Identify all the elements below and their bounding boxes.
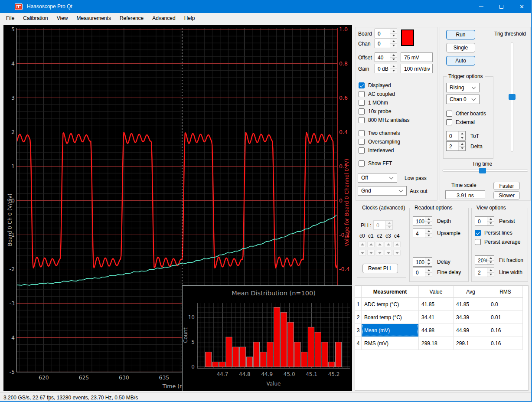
spin-up-icon[interactable] — [487, 268, 494, 272]
checkbox-row-other-boards[interactable]: Other boards — [446, 110, 486, 117]
column-header-avg[interactable]: Avg — [454, 286, 488, 298]
persist-spin[interactable]: 0 — [475, 216, 494, 226]
gain-spin[interactable]: 0 dB — [375, 64, 397, 73]
persist-lines-checkbox[interactable] — [475, 230, 481, 236]
title-bar[interactable]: Haasoscope Pro Qt ✕ — [0, 0, 532, 13]
upsample-spin[interactable]: 4 — [413, 229, 432, 238]
oversampling-checkbox[interactable] — [359, 139, 365, 145]
measurement-value-cell[interactable]: 41.85 — [419, 298, 454, 311]
measurement-rms-cell[interactable]: 0.16 — [488, 337, 523, 350]
spin-up-icon[interactable] — [459, 131, 465, 136]
spin-down-icon[interactable] — [425, 262, 432, 267]
external-checkbox[interactable] — [446, 119, 452, 125]
persist-average-checkbox[interactable] — [475, 239, 481, 245]
gain-spin-arrows[interactable] — [390, 64, 397, 73]
trigger-edge-combo[interactable]: Rising — [446, 83, 480, 92]
line-width-spin-arrows[interactable] — [487, 268, 494, 277]
checkbox-row-oversampling[interactable]: Oversampling — [359, 138, 400, 145]
histogram-plot[interactable]: Mean Distribution (n=100)051044.744.844.… — [183, 286, 352, 392]
gain-scale-field[interactable]: 100 mV/div — [401, 64, 433, 73]
spin-down-icon[interactable] — [459, 136, 465, 141]
measurement-name-cell[interactable]: ADC temp (°C) — [362, 298, 419, 311]
column-header-measurement[interactable]: Measurement — [362, 286, 419, 298]
clock-c0-up-button[interactable] — [359, 241, 366, 247]
measurement-rms-cell[interactable]: 0.16 — [488, 324, 523, 337]
board-spin[interactable]: 0 — [375, 29, 397, 38]
slower-button[interactable]: Slower — [493, 191, 520, 199]
spin-down-icon[interactable] — [425, 272, 432, 277]
chan-spin-arrows[interactable] — [390, 39, 397, 48]
spin-down-icon[interactable] — [425, 221, 432, 226]
tot-spin-arrows[interactable] — [458, 131, 465, 140]
menu-file[interactable]: File — [2, 14, 19, 23]
800-mhz-antialias-checkbox[interactable] — [359, 117, 365, 123]
menu-advanced[interactable]: Advanced — [148, 14, 180, 23]
persist-spin-arrows[interactable] — [487, 217, 494, 226]
menu-reference[interactable]: Reference — [115, 14, 148, 23]
measurement-name-cell[interactable]: Board temp (°C) — [362, 311, 419, 324]
delta-spin[interactable]: 2 — [446, 141, 466, 151]
delta-spin-arrows[interactable] — [458, 142, 465, 150]
checkbox-row-ac-coupled[interactable]: AC coupled — [359, 91, 395, 98]
spin-down-icon[interactable] — [487, 221, 494, 226]
1-mohm-checkbox[interactable] — [359, 100, 365, 106]
trig-time-slider-handle[interactable] — [479, 168, 486, 173]
tot-spin[interactable]: 0 — [446, 131, 466, 141]
reset-pll-button[interactable]: Reset PLL — [362, 264, 398, 273]
close-button[interactable]: ✕ — [512, 0, 532, 13]
measurement-name-cell[interactable]: Mean (mV) — [362, 324, 419, 337]
minimize-button[interactable] — [471, 0, 491, 13]
pll-spin-arrows[interactable] — [385, 221, 392, 229]
ac-coupled-checkbox[interactable] — [359, 91, 365, 97]
spin-up-icon[interactable] — [425, 217, 432, 221]
checkbox-row-displayed[interactable]: Displayed — [359, 82, 391, 89]
measurement-value-cell[interactable]: 299.18 — [419, 337, 454, 350]
measurement-rms-cell[interactable]: 0.0 — [488, 298, 523, 311]
interleaved-checkbox[interactable] — [359, 147, 365, 154]
clock-c2-up-button[interactable] — [376, 241, 383, 247]
faster-button[interactable]: Faster — [493, 182, 520, 190]
spin-up-icon[interactable] — [459, 142, 465, 146]
menu-measurements[interactable]: Measurements — [72, 14, 115, 23]
offset-spin[interactable]: 40 — [375, 52, 397, 62]
spin-down-icon[interactable] — [390, 33, 397, 38]
two-channels-checkbox[interactable] — [359, 130, 365, 136]
auto-button[interactable]: Auto — [446, 56, 475, 65]
depth-spin-arrows[interactable] — [425, 217, 432, 226]
displayed-checkbox[interactable] — [359, 82, 365, 88]
channel-color-swatch[interactable] — [401, 29, 414, 46]
line-width-spin[interactable]: 2 — [475, 268, 494, 277]
other-boards-checkbox[interactable] — [446, 111, 452, 117]
spin-up-icon[interactable] — [487, 217, 494, 221]
fine-delay-spin[interactable]: 0 — [413, 268, 432, 277]
measurement-value-cell[interactable]: 44.98 — [419, 324, 454, 337]
chan-spin[interactable]: 0 — [375, 39, 397, 48]
single-button[interactable]: Single — [446, 43, 475, 52]
pll-spin[interactable]: 0 — [373, 220, 393, 230]
spin-down-icon[interactable] — [487, 272, 494, 277]
spin-down-icon[interactable] — [390, 43, 397, 48]
menu-help[interactable]: Help — [180, 14, 199, 23]
spin-up-icon[interactable] — [390, 53, 397, 57]
clock-c3-up-button[interactable] — [385, 241, 392, 247]
menu-calibration[interactable]: Calibration — [19, 14, 52, 23]
spin-down-icon[interactable] — [390, 69, 397, 73]
offset-spin-arrows[interactable] — [390, 53, 397, 62]
depth-spin[interactable]: 100 — [413, 216, 432, 226]
board-spin-arrows[interactable] — [390, 29, 397, 38]
spin-up-icon[interactable] — [425, 258, 432, 262]
clock-c3-down-button[interactable] — [385, 250, 392, 256]
delay-spin-arrows[interactable] — [425, 258, 432, 266]
spin-up-icon[interactable] — [425, 229, 432, 233]
checkbox-row-persist-lines[interactable]: Persist lines — [475, 229, 512, 236]
measurement-rms-cell[interactable]: 0.01 — [488, 311, 523, 324]
column-header-rms[interactable]: RMS — [488, 286, 523, 298]
spin-down-icon[interactable] — [487, 260, 494, 265]
spin-down-icon[interactable] — [459, 146, 465, 151]
measurement-avg-cell[interactable]: 34.39 — [454, 311, 488, 324]
clock-c2-down-button[interactable] — [376, 250, 383, 256]
spin-down-icon[interactable] — [425, 233, 432, 238]
maximize-button[interactable] — [491, 0, 512, 13]
fit-fraction-spin-arrows[interactable] — [487, 256, 494, 265]
upsample-spin-arrows[interactable] — [425, 229, 432, 238]
